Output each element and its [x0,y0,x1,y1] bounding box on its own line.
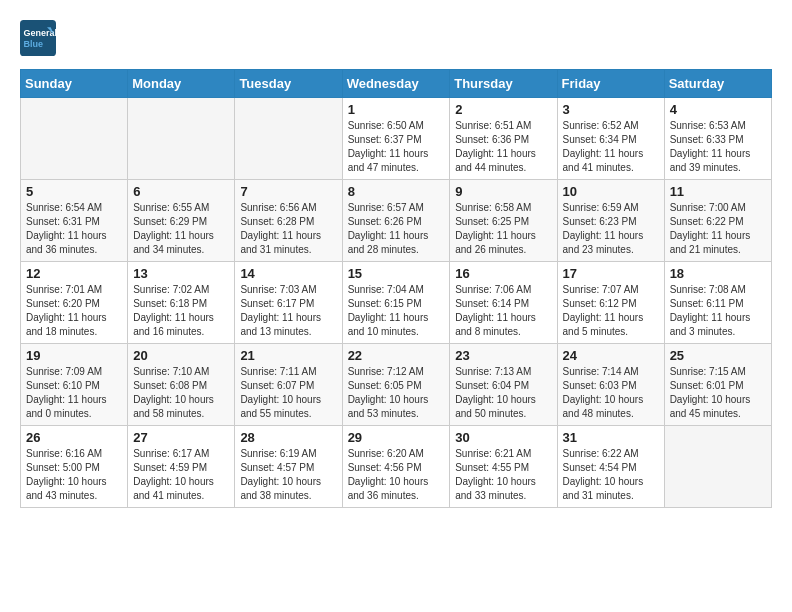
calendar-cell: 28Sunrise: 6:19 AM Sunset: 4:57 PM Dayli… [235,426,342,508]
col-header-thursday: Thursday [450,70,557,98]
calendar-cell: 20Sunrise: 7:10 AM Sunset: 6:08 PM Dayli… [128,344,235,426]
calendar-cell [21,98,128,180]
day-number: 26 [26,430,122,445]
calendar-cell: 4Sunrise: 6:53 AM Sunset: 6:33 PM Daylig… [664,98,771,180]
day-number: 22 [348,348,445,363]
calendar-cell: 21Sunrise: 7:11 AM Sunset: 6:07 PM Dayli… [235,344,342,426]
day-info: Sunrise: 6:50 AM Sunset: 6:37 PM Dayligh… [348,119,445,175]
day-number: 24 [563,348,659,363]
day-info: Sunrise: 7:06 AM Sunset: 6:14 PM Dayligh… [455,283,551,339]
day-number: 28 [240,430,336,445]
day-number: 8 [348,184,445,199]
calendar-cell: 25Sunrise: 7:15 AM Sunset: 6:01 PM Dayli… [664,344,771,426]
day-number: 16 [455,266,551,281]
calendar-cell: 14Sunrise: 7:03 AM Sunset: 6:17 PM Dayli… [235,262,342,344]
calendar-cell [664,426,771,508]
calendar-week-row: 1Sunrise: 6:50 AM Sunset: 6:37 PM Daylig… [21,98,772,180]
calendar-cell: 30Sunrise: 6:21 AM Sunset: 4:55 PM Dayli… [450,426,557,508]
calendar-cell: 17Sunrise: 7:07 AM Sunset: 6:12 PM Dayli… [557,262,664,344]
day-number: 27 [133,430,229,445]
svg-text:Blue: Blue [24,39,44,49]
calendar-cell: 29Sunrise: 6:20 AM Sunset: 4:56 PM Dayli… [342,426,450,508]
day-number: 7 [240,184,336,199]
calendar-cell: 12Sunrise: 7:01 AM Sunset: 6:20 PM Dayli… [21,262,128,344]
calendar-cell: 3Sunrise: 6:52 AM Sunset: 6:34 PM Daylig… [557,98,664,180]
day-info: Sunrise: 7:01 AM Sunset: 6:20 PM Dayligh… [26,283,122,339]
day-info: Sunrise: 6:52 AM Sunset: 6:34 PM Dayligh… [563,119,659,175]
day-number: 5 [26,184,122,199]
day-info: Sunrise: 7:15 AM Sunset: 6:01 PM Dayligh… [670,365,766,421]
calendar-cell: 16Sunrise: 7:06 AM Sunset: 6:14 PM Dayli… [450,262,557,344]
calendar-cell: 22Sunrise: 7:12 AM Sunset: 6:05 PM Dayli… [342,344,450,426]
calendar-cell [235,98,342,180]
calendar-cell: 1Sunrise: 6:50 AM Sunset: 6:37 PM Daylig… [342,98,450,180]
day-number: 29 [348,430,445,445]
day-info: Sunrise: 6:58 AM Sunset: 6:25 PM Dayligh… [455,201,551,257]
calendar-week-row: 5Sunrise: 6:54 AM Sunset: 6:31 PM Daylig… [21,180,772,262]
day-number: 18 [670,266,766,281]
day-number: 6 [133,184,229,199]
day-info: Sunrise: 7:08 AM Sunset: 6:11 PM Dayligh… [670,283,766,339]
day-number: 3 [563,102,659,117]
day-number: 17 [563,266,659,281]
day-number: 11 [670,184,766,199]
day-info: Sunrise: 6:54 AM Sunset: 6:31 PM Dayligh… [26,201,122,257]
calendar-cell: 10Sunrise: 6:59 AM Sunset: 6:23 PM Dayli… [557,180,664,262]
calendar-header-row: SundayMondayTuesdayWednesdayThursdayFrid… [21,70,772,98]
col-header-sunday: Sunday [21,70,128,98]
col-header-friday: Friday [557,70,664,98]
day-info: Sunrise: 6:22 AM Sunset: 4:54 PM Dayligh… [563,447,659,503]
col-header-monday: Monday [128,70,235,98]
day-info: Sunrise: 6:20 AM Sunset: 4:56 PM Dayligh… [348,447,445,503]
day-info: Sunrise: 6:17 AM Sunset: 4:59 PM Dayligh… [133,447,229,503]
day-info: Sunrise: 6:56 AM Sunset: 6:28 PM Dayligh… [240,201,336,257]
col-header-tuesday: Tuesday [235,70,342,98]
day-number: 21 [240,348,336,363]
calendar-cell: 27Sunrise: 6:17 AM Sunset: 4:59 PM Dayli… [128,426,235,508]
calendar-week-row: 12Sunrise: 7:01 AM Sunset: 6:20 PM Dayli… [21,262,772,344]
day-info: Sunrise: 7:04 AM Sunset: 6:15 PM Dayligh… [348,283,445,339]
day-info: Sunrise: 7:10 AM Sunset: 6:08 PM Dayligh… [133,365,229,421]
calendar-cell: 23Sunrise: 7:13 AM Sunset: 6:04 PM Dayli… [450,344,557,426]
day-info: Sunrise: 7:11 AM Sunset: 6:07 PM Dayligh… [240,365,336,421]
col-header-wednesday: Wednesday [342,70,450,98]
day-info: Sunrise: 6:16 AM Sunset: 5:00 PM Dayligh… [26,447,122,503]
day-number: 4 [670,102,766,117]
day-number: 20 [133,348,229,363]
calendar-cell [128,98,235,180]
logo-icon: General Blue [20,20,56,56]
calendar-cell: 18Sunrise: 7:08 AM Sunset: 6:11 PM Dayli… [664,262,771,344]
col-header-saturday: Saturday [664,70,771,98]
calendar-table: SundayMondayTuesdayWednesdayThursdayFrid… [20,69,772,508]
day-number: 14 [240,266,336,281]
day-info: Sunrise: 7:12 AM Sunset: 6:05 PM Dayligh… [348,365,445,421]
day-number: 30 [455,430,551,445]
calendar-week-row: 26Sunrise: 6:16 AM Sunset: 5:00 PM Dayli… [21,426,772,508]
day-number: 15 [348,266,445,281]
calendar-week-row: 19Sunrise: 7:09 AM Sunset: 6:10 PM Dayli… [21,344,772,426]
calendar-cell: 8Sunrise: 6:57 AM Sunset: 6:26 PM Daylig… [342,180,450,262]
calendar-cell: 9Sunrise: 6:58 AM Sunset: 6:25 PM Daylig… [450,180,557,262]
day-number: 31 [563,430,659,445]
calendar-cell: 31Sunrise: 6:22 AM Sunset: 4:54 PM Dayli… [557,426,664,508]
day-info: Sunrise: 6:53 AM Sunset: 6:33 PM Dayligh… [670,119,766,175]
day-info: Sunrise: 6:59 AM Sunset: 6:23 PM Dayligh… [563,201,659,257]
day-number: 12 [26,266,122,281]
calendar-cell: 11Sunrise: 7:00 AM Sunset: 6:22 PM Dayli… [664,180,771,262]
logo: General Blue [20,20,60,56]
calendar-cell: 7Sunrise: 6:56 AM Sunset: 6:28 PM Daylig… [235,180,342,262]
day-number: 23 [455,348,551,363]
day-number: 1 [348,102,445,117]
calendar-cell: 15Sunrise: 7:04 AM Sunset: 6:15 PM Dayli… [342,262,450,344]
calendar-cell: 6Sunrise: 6:55 AM Sunset: 6:29 PM Daylig… [128,180,235,262]
calendar-cell: 2Sunrise: 6:51 AM Sunset: 6:36 PM Daylig… [450,98,557,180]
day-info: Sunrise: 7:02 AM Sunset: 6:18 PM Dayligh… [133,283,229,339]
day-number: 2 [455,102,551,117]
calendar-cell: 13Sunrise: 7:02 AM Sunset: 6:18 PM Dayli… [128,262,235,344]
day-info: Sunrise: 6:51 AM Sunset: 6:36 PM Dayligh… [455,119,551,175]
day-number: 9 [455,184,551,199]
day-info: Sunrise: 6:21 AM Sunset: 4:55 PM Dayligh… [455,447,551,503]
calendar-cell: 5Sunrise: 6:54 AM Sunset: 6:31 PM Daylig… [21,180,128,262]
calendar-cell: 19Sunrise: 7:09 AM Sunset: 6:10 PM Dayli… [21,344,128,426]
day-info: Sunrise: 7:13 AM Sunset: 6:04 PM Dayligh… [455,365,551,421]
